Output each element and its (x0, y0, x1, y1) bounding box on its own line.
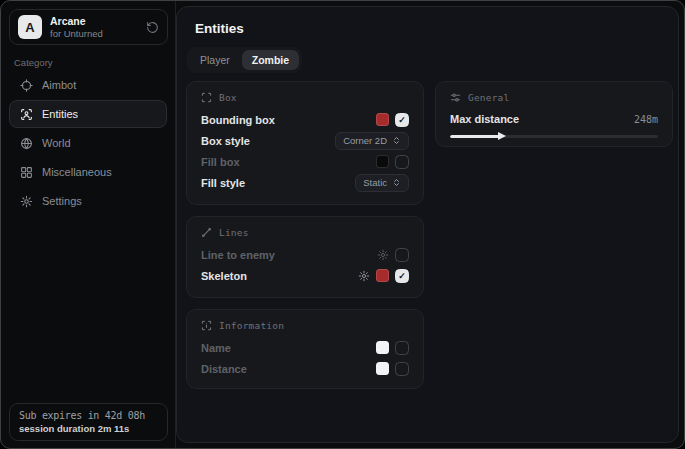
setting-label: Bounding box (201, 114, 275, 126)
name-checkbox[interactable] (395, 341, 409, 355)
information-card-header: Information (201, 320, 409, 331)
bounding-box-checkbox[interactable] (395, 113, 409, 127)
sidebar-item-label: Aimbot (42, 79, 76, 91)
sidebar-item-label: Settings (42, 195, 82, 207)
setting-label: Fill style (201, 177, 245, 189)
subscription-card: Sub expires in 42d 08h session duration … (9, 403, 168, 441)
general-card-header: General (450, 92, 658, 103)
information-card: Information Name Distance (186, 309, 424, 389)
chevrons-up-down-icon (392, 136, 401, 145)
skeleton-settings-gear-icon[interactable] (358, 270, 370, 282)
setting-label: Box style (201, 135, 250, 147)
gear-icon (20, 195, 33, 208)
tab-player[interactable]: Player (190, 50, 240, 70)
line-settings-gear-icon[interactable] (377, 249, 389, 261)
app-logo: A (18, 15, 42, 39)
page-title: Entities (195, 21, 244, 36)
setting-label: Line to enemy (201, 249, 275, 261)
box-card: Box Bounding box Box style Corner 2D (186, 81, 424, 205)
setting-label: Name (201, 342, 231, 354)
sidebar-item-settings[interactable]: Settings (9, 187, 167, 215)
box-card-header: Box (201, 92, 409, 103)
information-card-title: Information (219, 320, 284, 331)
tab-bar: Player Zombie (187, 47, 302, 73)
setting-row-skeleton: Skeleton (201, 265, 409, 286)
slider-track[interactable] (450, 135, 658, 138)
sidebar-item-label: World (42, 137, 71, 149)
lines-card: Lines Line to enemy Skeleton (186, 216, 424, 298)
sidebar-item-label: Miscellaneous (42, 166, 112, 178)
arcane-window: A Arcane for Unturned Category Aimbot (0, 0, 685, 449)
main-panel: Entities Player Zombie Box Bounding box (176, 6, 679, 443)
app-subtitle: for Unturned (50, 28, 103, 39)
line-to-enemy-checkbox[interactable] (395, 248, 409, 262)
setting-row-name: Name (201, 337, 409, 358)
general-card: General Max distance 248m (435, 81, 673, 147)
app-title-block: Arcane for Unturned (50, 15, 103, 39)
fill-box-checkbox[interactable] (395, 155, 409, 169)
skeleton-color-swatch[interactable] (376, 269, 389, 282)
distance-checkbox[interactable] (395, 362, 409, 376)
setting-label: Distance (201, 363, 247, 375)
sidebar-nav: Aimbot Entities World Miscellaneous (9, 71, 167, 215)
setting-row-fill-box: Fill box (201, 151, 409, 172)
grid-icon (20, 166, 33, 179)
setting-row-distance: Distance (201, 358, 409, 379)
sidebar-item-aimbot[interactable]: Aimbot (9, 71, 167, 99)
slider-thumb[interactable] (498, 132, 506, 140)
sidebar: A Arcane for Unturned Category Aimbot (1, 1, 176, 448)
setting-row-fill-style: Fill style Static (201, 172, 409, 193)
app-header-card: A Arcane for Unturned (9, 9, 168, 45)
slider-fill (450, 135, 502, 138)
dropdown-value: Corner 2D (343, 135, 387, 146)
sidebar-item-miscellaneous[interactable]: Miscellaneous (9, 158, 167, 186)
fill-box-color-swatch[interactable] (376, 155, 389, 168)
sidebar-item-label: Entities (42, 108, 78, 120)
skeleton-checkbox[interactable] (395, 269, 409, 283)
category-label: Category (14, 57, 53, 68)
subscription-expiry: Sub expires in 42d 08h (19, 410, 158, 421)
setting-row-box-style: Box style Corner 2D (201, 130, 409, 151)
max-distance-value: 248m (634, 114, 658, 125)
setting-row-max-distance: Max distance 248m (450, 109, 658, 129)
scan-info-icon (201, 320, 212, 331)
setting-label: Skeleton (201, 270, 247, 282)
person-scan-icon (20, 108, 33, 121)
sidebar-item-world[interactable]: World (9, 129, 167, 157)
box-card-title: Box (219, 92, 237, 103)
app-name: Arcane (50, 15, 103, 27)
sidebar-item-entities[interactable]: Entities (9, 100, 167, 128)
distance-color-swatch[interactable] (376, 362, 389, 375)
globe-icon (20, 137, 33, 150)
session-duration: session duration 2m 11s (19, 423, 158, 434)
diagonal-line-icon (201, 227, 212, 238)
setting-label: Fill box (201, 156, 240, 168)
box-style-dropdown[interactable]: Corner 2D (335, 132, 409, 150)
setting-row-line-to-enemy: Line to enemy (201, 244, 409, 265)
tab-zombie[interactable]: Zombie (242, 50, 299, 70)
name-color-swatch[interactable] (376, 341, 389, 354)
setting-row-bounding-box: Bounding box (201, 109, 409, 130)
dropdown-value: Static (363, 177, 387, 188)
refresh-icon[interactable] (146, 21, 159, 34)
general-card-title: General (468, 92, 509, 103)
max-distance-slider[interactable] (450, 131, 658, 136)
sliders-icon (450, 92, 461, 103)
scan-corners-icon (201, 92, 212, 103)
lines-card-title: Lines (219, 227, 249, 238)
lines-card-header: Lines (201, 227, 409, 238)
chevrons-up-down-icon (392, 178, 401, 187)
bounding-box-color-swatch[interactable] (376, 113, 389, 126)
setting-label: Max distance (450, 113, 519, 125)
crosshair-icon (20, 79, 33, 92)
fill-style-dropdown[interactable]: Static (355, 174, 409, 192)
